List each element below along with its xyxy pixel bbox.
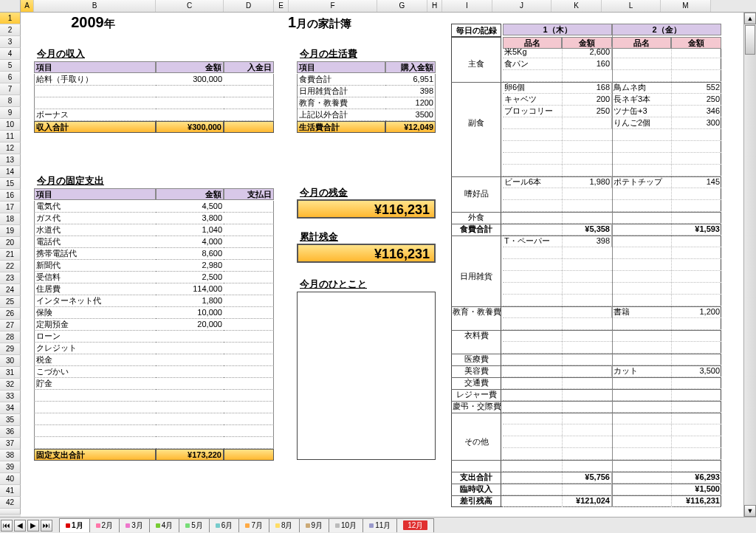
row-header-30[interactable]: 30	[0, 355, 21, 367]
fixed-row-label[interactable]: 電気代	[34, 201, 156, 213]
fixed-row-amount[interactable]	[156, 402, 224, 413]
daily-amt1[interactable]: 1,980	[562, 176, 612, 188]
scroll-thumb[interactable]	[745, 25, 755, 55]
sheet-tab-9月[interactable]: 9月	[299, 518, 330, 532]
income-row-label[interactable]	[34, 86, 156, 97]
daily-amt2[interactable]: 552	[671, 82, 721, 94]
daily-name2[interactable]: ポテトチップ	[612, 176, 671, 188]
daily-name2[interactable]: 鳥ムネ肉	[612, 82, 671, 94]
col-header-D[interactable]: D	[224, 0, 274, 12]
daily-name1[interactable]: 卵6個	[503, 82, 562, 94]
daily-amt2[interactable]: 145	[671, 176, 721, 188]
tab-nav-prev[interactable]: ◀	[14, 520, 26, 532]
daily-amt1[interactable]	[562, 306, 612, 318]
fixed-row-date[interactable]	[224, 390, 274, 402]
row-header-13[interactable]: 13	[0, 154, 21, 166]
fixed-row-date[interactable]	[224, 354, 274, 366]
fixed-row-amount[interactable]	[156, 354, 224, 366]
sheet-tab-12月[interactable]: 12月	[396, 518, 434, 532]
income-row-date[interactable]	[224, 74, 274, 86]
living-row-label[interactable]: 日用雑貨合計	[297, 86, 385, 97]
col-header-A[interactable]: A	[21, 0, 34, 12]
daily-amt2[interactable]	[671, 58, 721, 70]
fixed-row-date[interactable]	[224, 248, 274, 260]
fixed-row-label[interactable]: 新聞代	[34, 260, 156, 272]
fixed-row-date[interactable]	[224, 224, 274, 236]
fixed-row-label[interactable]: 受信料	[34, 272, 156, 283]
row-header-35[interactable]: 35	[0, 414, 21, 426]
income-row-label[interactable]: ボーナス	[34, 109, 156, 121]
fixed-row-date[interactable]	[224, 283, 274, 295]
row-header-16[interactable]: 16	[0, 190, 21, 202]
sheet-tab-3月[interactable]: 3月	[119, 518, 150, 532]
row-header-23[interactable]: 23	[0, 272, 21, 284]
daily-amt2[interactable]	[671, 47, 721, 58]
col-header-H[interactable]: H	[427, 0, 442, 12]
fixed-row-label[interactable]: 携帯電話代	[34, 248, 156, 260]
col-header-F[interactable]: F	[289, 0, 377, 12]
fixed-row-date[interactable]	[224, 319, 274, 331]
row-header-40[interactable]: 40	[0, 473, 21, 485]
row-header-38[interactable]: 38	[0, 450, 21, 461]
daily-name2[interactable]: 書籍	[612, 306, 671, 318]
col-header-I[interactable]: I	[442, 0, 492, 12]
living-row-label[interactable]: 教育・教養費	[297, 97, 385, 109]
row-header-18[interactable]: 18	[0, 213, 21, 225]
fixed-row-date[interactable]	[224, 331, 274, 343]
fixed-row-amount[interactable]: 114,000	[156, 283, 224, 295]
daily-amt2[interactable]: ¥1,593	[671, 224, 721, 235]
tab-nav-first[interactable]: ⏮	[1, 520, 13, 532]
daily-name2[interactable]	[612, 484, 671, 495]
fixed-row-amount[interactable]: 4,500	[156, 201, 224, 213]
row-header-5[interactable]: 5	[0, 60, 21, 72]
row-header-29[interactable]: 29	[0, 343, 21, 355]
daily-name1[interactable]: ブロッコリー	[503, 106, 562, 117]
fixed-row-date[interactable]	[224, 437, 274, 449]
daily-name1[interactable]	[503, 224, 562, 235]
row-header-26[interactable]: 26	[0, 308, 21, 320]
sheet-tab-7月[interactable]: 7月	[238, 518, 269, 532]
memo-box[interactable]	[297, 292, 436, 460]
living-row-label[interactable]: 上記以外合計	[297, 109, 385, 121]
fixed-row-label[interactable]: 電話代	[34, 236, 156, 248]
fixed-row-amount[interactable]	[156, 413, 224, 425]
fixed-row-date[interactable]	[224, 272, 274, 283]
fixed-row-label[interactable]	[34, 437, 156, 449]
living-row-amount[interactable]: 6,951	[385, 74, 436, 86]
fixed-row-amount[interactable]: 10,000	[156, 307, 224, 319]
daily-amt2[interactable]: 3,500	[671, 365, 721, 377]
fixed-row-label[interactable]: 保険	[34, 307, 156, 319]
fixed-row-label[interactable]: 水道代	[34, 224, 156, 236]
fixed-row-label[interactable]: ローン	[34, 331, 156, 343]
daily-name2[interactable]	[612, 472, 671, 484]
row-header-7[interactable]: 7	[0, 83, 21, 95]
sheet-tab-6月[interactable]: 6月	[209, 518, 240, 532]
fixed-row-date[interactable]	[224, 201, 274, 213]
fixed-row-label[interactable]	[34, 413, 156, 425]
daily-amt1[interactable]	[562, 117, 612, 129]
row-header-28[interactable]: 28	[0, 331, 21, 343]
daily-name1[interactable]: キャベツ	[503, 94, 562, 106]
col-header-J[interactable]: J	[492, 0, 551, 12]
daily-amt1[interactable]: 250	[562, 106, 612, 117]
sheet-tab-1月[interactable]: 1月	[59, 518, 90, 532]
sheet-tab-2月[interactable]: 2月	[89, 518, 120, 532]
row-header-36[interactable]: 36	[0, 426, 21, 438]
sheet-tab-5月[interactable]: 5月	[179, 518, 210, 532]
row-header-27[interactable]: 27	[0, 320, 21, 331]
daily-name1[interactable]: T・ペーパー	[503, 235, 562, 247]
daily-amt1[interactable]: 168	[562, 82, 612, 94]
fixed-row-date[interactable]	[224, 366, 274, 378]
fixed-row-label[interactable]: 住居費	[34, 283, 156, 295]
daily-amt1[interactable]: ¥5,756	[562, 472, 612, 484]
col-header-G[interactable]: G	[377, 0, 427, 12]
sheet-tab-10月[interactable]: 10月	[329, 518, 363, 532]
row-header-24[interactable]: 24	[0, 284, 21, 296]
row-header-25[interactable]: 25	[0, 296, 21, 308]
fixed-row-date[interactable]	[224, 378, 274, 390]
sheet-tab-8月[interactable]: 8月	[269, 518, 300, 532]
row-header-3[interactable]: 3	[0, 36, 21, 48]
row-header-11[interactable]: 11	[0, 131, 21, 142]
daily-amt1[interactable]	[562, 484, 612, 495]
daily-amt2[interactable]: 346	[671, 106, 721, 117]
